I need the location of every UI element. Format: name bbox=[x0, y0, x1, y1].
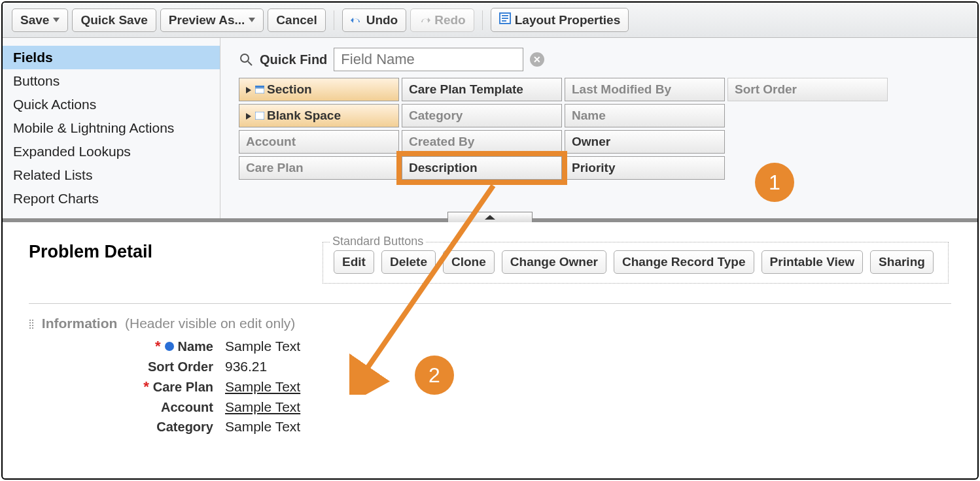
standard-buttons-fieldset: Standard Buttons Edit Delete Clone Chang… bbox=[323, 242, 949, 284]
field-label: Account bbox=[29, 400, 225, 415]
field-label: Blank Space bbox=[267, 108, 341, 123]
undo-icon bbox=[351, 16, 362, 25]
section-block-icon bbox=[255, 82, 264, 97]
sidebar-item-expanded-lookups[interactable]: Expanded Lookups bbox=[3, 140, 220, 163]
blank-block-icon bbox=[255, 108, 264, 123]
page-title: Problem Detail bbox=[29, 242, 152, 262]
std-btn-change-owner[interactable]: Change Owner bbox=[502, 250, 606, 274]
svg-line-5 bbox=[248, 61, 252, 65]
palette-field-care-plan-template[interactable]: Care Plan Template bbox=[402, 78, 562, 101]
annotation-callout-2: 2 bbox=[415, 356, 454, 395]
palette-field-blank-space[interactable]: Blank Space bbox=[239, 104, 399, 127]
quick-find-input[interactable] bbox=[334, 48, 523, 71]
field-value: Sample Text bbox=[225, 419, 300, 435]
std-btn-printable-view[interactable]: Printable View bbox=[761, 250, 864, 274]
section-subtitle: (Header visible on edit only) bbox=[125, 316, 295, 331]
caret-down-icon bbox=[53, 18, 60, 22]
field-row-care-plan[interactable]: * Care Plan Sample Text bbox=[29, 378, 951, 395]
field-label: Sort Order bbox=[29, 359, 225, 374]
palette-field-name[interactable]: Name bbox=[565, 104, 725, 127]
sidebar-item-quick-actions[interactable]: Quick Actions bbox=[3, 93, 220, 116]
std-btn-change-record-type[interactable]: Change Record Type bbox=[614, 250, 754, 274]
required-icon: * bbox=[155, 338, 161, 355]
palette-fields-area: Quick Find ✕ Section Care Plan Template … bbox=[220, 38, 977, 218]
svg-rect-1 bbox=[502, 15, 508, 16]
annotation-callout-1: 1 bbox=[755, 163, 794, 202]
section-arrow-icon bbox=[246, 82, 253, 97]
field-grid: Section Care Plan Template Last Modified… bbox=[239, 78, 966, 180]
preview-as-button[interactable]: Preview As... bbox=[160, 8, 264, 32]
std-btn-clone[interactable]: Clone bbox=[443, 250, 495, 274]
sidebar-item-report-charts[interactable]: Report Charts bbox=[3, 187, 220, 210]
field-label: * Care Plan bbox=[29, 378, 225, 395]
undo-button[interactable]: Undo bbox=[342, 8, 407, 32]
redo-label: Redo bbox=[434, 13, 466, 27]
palette-sidebar: Fields Buttons Quick Actions Mobile & Li… bbox=[3, 38, 220, 218]
layout-props-label: Layout Properties bbox=[515, 13, 621, 27]
cancel-button[interactable]: Cancel bbox=[268, 8, 325, 32]
palette-field-priority[interactable]: Priority bbox=[565, 156, 725, 180]
field-row-category[interactable]: Category Sample Text bbox=[29, 419, 951, 435]
field-label: * Name bbox=[29, 338, 225, 355]
field-label: Section bbox=[267, 82, 312, 97]
redo-icon bbox=[419, 16, 430, 25]
palette-field-created-by[interactable]: Created By bbox=[402, 130, 562, 154]
field-row-sort-order[interactable]: Sort Order 936.21 bbox=[29, 359, 951, 374]
preview-as-label: Preview As... bbox=[169, 13, 245, 27]
save-button[interactable]: Save bbox=[12, 8, 68, 32]
canvas-divider bbox=[29, 303, 951, 304]
field-label: Category bbox=[29, 420, 225, 435]
save-label: Save bbox=[20, 13, 49, 27]
palette-field-section[interactable]: Section bbox=[239, 78, 399, 101]
std-btn-edit[interactable]: Edit bbox=[334, 250, 374, 274]
svg-point-4 bbox=[241, 54, 249, 62]
required-icon: * bbox=[143, 378, 149, 395]
collapse-palette-handle[interactable] bbox=[447, 212, 533, 222]
section-title: Information bbox=[42, 316, 118, 331]
quick-save-button[interactable]: Quick Save bbox=[72, 8, 156, 32]
redo-button[interactable]: Redo bbox=[410, 8, 474, 32]
layout-canvas: Problem Detail Standard Buttons Edit Del… bbox=[3, 222, 977, 458]
quick-find-label: Quick Find bbox=[260, 52, 327, 67]
palette: Fields Buttons Quick Actions Mobile & Li… bbox=[3, 38, 977, 222]
svg-rect-3 bbox=[502, 20, 506, 22]
sidebar-item-related-lists[interactable]: Related Lists bbox=[3, 163, 220, 187]
palette-field-last-modified-by[interactable]: Last Modified By bbox=[565, 78, 725, 101]
section-fields: * Name Sample Text Sort Order 936.21 * C… bbox=[29, 338, 951, 435]
field-row-name[interactable]: * Name Sample Text bbox=[29, 338, 951, 355]
svg-marker-6 bbox=[246, 87, 251, 93]
clear-icon[interactable]: ✕ bbox=[530, 52, 544, 67]
layout-properties-button[interactable]: Layout Properties bbox=[491, 8, 629, 32]
toolbar-separator bbox=[482, 10, 483, 30]
palette-field-owner[interactable]: Owner bbox=[565, 130, 725, 154]
standard-buttons-legend: Standard Buttons bbox=[330, 235, 426, 248]
grip-icon bbox=[29, 319, 34, 329]
palette-field-description[interactable]: Description bbox=[402, 156, 562, 180]
palette-field-category[interactable]: Category bbox=[402, 104, 562, 127]
caret-down-icon bbox=[249, 18, 255, 22]
toolbar: Save Quick Save Preview As... Cancel Und… bbox=[3, 3, 977, 38]
svg-marker-9 bbox=[246, 113, 251, 120]
caret-up-icon bbox=[485, 215, 495, 220]
palette-field-account[interactable]: Account bbox=[239, 130, 399, 154]
svg-rect-7 bbox=[255, 86, 264, 88]
sidebar-item-mobile-lightning[interactable]: Mobile & Lightning Actions bbox=[3, 116, 220, 140]
section-header[interactable]: Information (Header visible on edit only… bbox=[29, 316, 951, 331]
palette-field-care-plan[interactable]: Care Plan bbox=[239, 156, 399, 180]
field-value: Sample Text bbox=[225, 339, 300, 354]
sidebar-item-buttons[interactable]: Buttons bbox=[3, 69, 220, 93]
svg-rect-2 bbox=[502, 18, 508, 19]
field-value: Sample Text bbox=[225, 399, 300, 415]
properties-icon bbox=[499, 12, 511, 27]
sidebar-item-fields[interactable]: Fields bbox=[3, 46, 220, 69]
canvas-header: Problem Detail Standard Buttons Edit Del… bbox=[29, 242, 951, 284]
std-btn-sharing[interactable]: Sharing bbox=[870, 250, 934, 274]
palette-field-sort-order[interactable]: Sort Order bbox=[727, 78, 888, 101]
svg-rect-8 bbox=[255, 88, 264, 93]
field-row-account[interactable]: Account Sample Text bbox=[29, 399, 951, 415]
std-btn-delete[interactable]: Delete bbox=[381, 250, 436, 274]
section-arrow-icon bbox=[246, 108, 253, 123]
undo-label: Undo bbox=[366, 13, 398, 27]
always-on-layout-icon bbox=[165, 342, 174, 351]
field-value: Sample Text bbox=[225, 379, 300, 395]
